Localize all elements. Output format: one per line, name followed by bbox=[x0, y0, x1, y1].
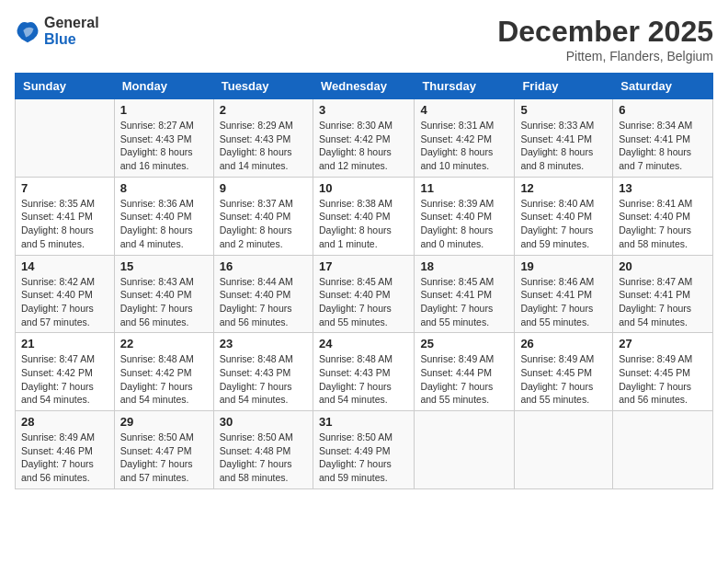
day-number: 28 bbox=[21, 415, 108, 429]
day-number: 22 bbox=[120, 337, 208, 350]
day-info: Sunrise: 8:30 AMSunset: 4:42 PMDaylight:… bbox=[319, 119, 408, 173]
day-info: Sunrise: 8:48 AMSunset: 4:42 PMDaylight:… bbox=[120, 352, 208, 407]
day-cell: 20Sunrise: 8:47 AMSunset: 4:41 PMDayligh… bbox=[613, 255, 713, 333]
calendar-title: December 2025 bbox=[497, 15, 713, 49]
day-cell: 23Sunrise: 8:48 AMSunset: 4:43 PMDayligh… bbox=[213, 333, 313, 411]
day-cell: 21Sunrise: 8:47 AMSunset: 4:42 PMDayligh… bbox=[16, 333, 115, 411]
day-cell bbox=[515, 411, 613, 489]
day-info: Sunrise: 8:47 AMSunset: 4:42 PMDaylight:… bbox=[21, 352, 108, 407]
calendar-header: SundayMondayTuesdayWednesdayThursdayFrid… bbox=[16, 74, 713, 99]
day-info: Sunrise: 8:49 AMSunset: 4:44 PMDaylight:… bbox=[420, 352, 508, 407]
day-cell: 29Sunrise: 8:50 AMSunset: 4:47 PMDayligh… bbox=[114, 411, 213, 489]
day-info: Sunrise: 8:50 AMSunset: 4:48 PMDaylight:… bbox=[220, 431, 307, 485]
header-cell-tuesday: Tuesday bbox=[213, 74, 313, 99]
day-cell: 9Sunrise: 8:37 AMSunset: 4:40 PMDaylight… bbox=[213, 177, 313, 255]
week-row: 28Sunrise: 8:49 AMSunset: 4:46 PMDayligh… bbox=[16, 411, 713, 489]
day-info: Sunrise: 8:49 AMSunset: 4:46 PMDaylight:… bbox=[21, 431, 108, 485]
day-info: Sunrise: 8:45 AMSunset: 4:41 PMDaylight:… bbox=[420, 275, 508, 329]
day-number: 26 bbox=[520, 337, 607, 350]
day-info: Sunrise: 8:38 AMSunset: 4:40 PMDaylight:… bbox=[319, 197, 408, 251]
header-cell-monday: Monday bbox=[114, 74, 213, 99]
day-number: 9 bbox=[220, 181, 307, 195]
day-cell: 18Sunrise: 8:45 AMSunset: 4:41 PMDayligh… bbox=[415, 255, 515, 333]
day-info: Sunrise: 8:48 AMSunset: 4:43 PMDaylight:… bbox=[220, 352, 307, 407]
day-cell: 27Sunrise: 8:49 AMSunset: 4:45 PMDayligh… bbox=[613, 333, 713, 411]
day-info: Sunrise: 8:45 AMSunset: 4:40 PMDaylight:… bbox=[319, 275, 408, 329]
day-number: 23 bbox=[220, 337, 307, 350]
week-row: 1Sunrise: 8:27 AMSunset: 4:43 PMDaylight… bbox=[16, 99, 713, 178]
day-info: Sunrise: 8:29 AMSunset: 4:43 PMDaylight:… bbox=[220, 119, 307, 173]
day-number: 11 bbox=[420, 181, 508, 195]
page-header: General Blue December 2025 Pittem, Fland… bbox=[15, 15, 713, 63]
day-info: Sunrise: 8:49 AMSunset: 4:45 PMDaylight:… bbox=[520, 352, 607, 407]
day-cell: 8Sunrise: 8:36 AMSunset: 4:40 PMDaylight… bbox=[114, 177, 213, 255]
day-info: Sunrise: 8:34 AMSunset: 4:41 PMDaylight:… bbox=[619, 119, 707, 173]
day-cell: 6Sunrise: 8:34 AMSunset: 4:41 PMDaylight… bbox=[613, 99, 713, 178]
day-number: 6 bbox=[619, 103, 707, 117]
day-cell bbox=[415, 411, 515, 489]
day-cell: 2Sunrise: 8:29 AMSunset: 4:43 PMDaylight… bbox=[213, 99, 313, 178]
day-number: 8 bbox=[120, 181, 208, 195]
week-row: 14Sunrise: 8:42 AMSunset: 4:40 PMDayligh… bbox=[16, 255, 713, 333]
day-info: Sunrise: 8:46 AMSunset: 4:41 PMDaylight:… bbox=[520, 275, 607, 329]
day-number: 17 bbox=[319, 259, 408, 273]
day-number: 7 bbox=[21, 181, 108, 195]
day-info: Sunrise: 8:37 AMSunset: 4:40 PMDaylight:… bbox=[220, 197, 307, 251]
day-info: Sunrise: 8:49 AMSunset: 4:45 PMDaylight:… bbox=[619, 352, 707, 407]
day-info: Sunrise: 8:44 AMSunset: 4:40 PMDaylight:… bbox=[220, 275, 307, 329]
day-cell: 11Sunrise: 8:39 AMSunset: 4:40 PMDayligh… bbox=[415, 177, 515, 255]
day-number: 4 bbox=[420, 103, 508, 117]
day-cell: 5Sunrise: 8:33 AMSunset: 4:41 PMDaylight… bbox=[515, 99, 613, 178]
day-info: Sunrise: 8:31 AMSunset: 4:42 PMDaylight:… bbox=[420, 119, 508, 173]
logo-general-text: General bbox=[44, 15, 99, 31]
day-number: 10 bbox=[319, 181, 408, 195]
day-number: 16 bbox=[220, 259, 307, 273]
day-cell: 31Sunrise: 8:50 AMSunset: 4:49 PMDayligh… bbox=[313, 411, 414, 489]
day-number: 19 bbox=[520, 259, 607, 273]
day-number: 15 bbox=[120, 259, 208, 273]
day-info: Sunrise: 8:27 AMSunset: 4:43 PMDaylight:… bbox=[120, 119, 208, 173]
day-cell: 16Sunrise: 8:44 AMSunset: 4:40 PMDayligh… bbox=[213, 255, 313, 333]
day-number: 24 bbox=[319, 337, 408, 350]
day-info: Sunrise: 8:33 AMSunset: 4:41 PMDaylight:… bbox=[520, 119, 607, 173]
day-number: 12 bbox=[520, 181, 607, 195]
header-cell-wednesday: Wednesday bbox=[313, 74, 414, 99]
day-cell: 19Sunrise: 8:46 AMSunset: 4:41 PMDayligh… bbox=[515, 255, 613, 333]
day-cell: 14Sunrise: 8:42 AMSunset: 4:40 PMDayligh… bbox=[16, 255, 115, 333]
day-cell: 15Sunrise: 8:43 AMSunset: 4:40 PMDayligh… bbox=[114, 255, 213, 333]
day-number: 14 bbox=[21, 259, 108, 273]
day-cell: 26Sunrise: 8:49 AMSunset: 4:45 PMDayligh… bbox=[515, 333, 613, 411]
day-info: Sunrise: 8:50 AMSunset: 4:47 PMDaylight:… bbox=[120, 431, 208, 485]
day-number: 21 bbox=[21, 337, 108, 350]
day-cell: 30Sunrise: 8:50 AMSunset: 4:48 PMDayligh… bbox=[213, 411, 313, 489]
day-cell: 3Sunrise: 8:30 AMSunset: 4:42 PMDaylight… bbox=[313, 99, 414, 178]
header-cell-friday: Friday bbox=[515, 74, 613, 99]
day-number: 25 bbox=[420, 337, 508, 350]
day-cell: 24Sunrise: 8:48 AMSunset: 4:43 PMDayligh… bbox=[313, 333, 414, 411]
day-number: 27 bbox=[619, 337, 707, 350]
calendar-subtitle: Pittem, Flanders, Belgium bbox=[497, 49, 713, 63]
title-block: December 2025 Pittem, Flanders, Belgium bbox=[497, 15, 713, 63]
day-info: Sunrise: 8:41 AMSunset: 4:40 PMDaylight:… bbox=[619, 197, 707, 251]
day-cell: 7Sunrise: 8:35 AMSunset: 4:41 PMDaylight… bbox=[16, 177, 115, 255]
day-info: Sunrise: 8:42 AMSunset: 4:40 PMDaylight:… bbox=[21, 275, 108, 329]
day-cell: 1Sunrise: 8:27 AMSunset: 4:43 PMDaylight… bbox=[114, 99, 213, 178]
week-row: 7Sunrise: 8:35 AMSunset: 4:41 PMDaylight… bbox=[16, 177, 713, 255]
day-info: Sunrise: 8:43 AMSunset: 4:40 PMDaylight:… bbox=[120, 275, 208, 329]
day-number: 2 bbox=[220, 103, 307, 117]
day-number: 1 bbox=[120, 103, 208, 117]
day-cell bbox=[16, 99, 115, 178]
calendar-body: 1Sunrise: 8:27 AMSunset: 4:43 PMDaylight… bbox=[16, 99, 713, 489]
day-info: Sunrise: 8:39 AMSunset: 4:40 PMDaylight:… bbox=[420, 197, 508, 251]
day-cell: 4Sunrise: 8:31 AMSunset: 4:42 PMDaylight… bbox=[415, 99, 515, 178]
day-number: 30 bbox=[220, 415, 307, 429]
day-number: 29 bbox=[120, 415, 208, 429]
day-cell: 10Sunrise: 8:38 AMSunset: 4:40 PMDayligh… bbox=[313, 177, 414, 255]
day-number: 18 bbox=[420, 259, 508, 273]
day-cell: 25Sunrise: 8:49 AMSunset: 4:44 PMDayligh… bbox=[415, 333, 515, 411]
logo: General Blue bbox=[15, 15, 99, 47]
day-cell: 22Sunrise: 8:48 AMSunset: 4:42 PMDayligh… bbox=[114, 333, 213, 411]
header-cell-sunday: Sunday bbox=[16, 74, 115, 99]
day-cell bbox=[613, 411, 713, 489]
day-info: Sunrise: 8:35 AMSunset: 4:41 PMDaylight:… bbox=[21, 197, 108, 251]
